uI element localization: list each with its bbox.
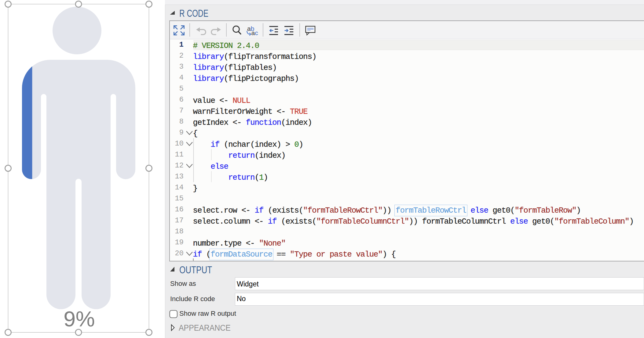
svg-text:ac: ac [251,29,258,36]
